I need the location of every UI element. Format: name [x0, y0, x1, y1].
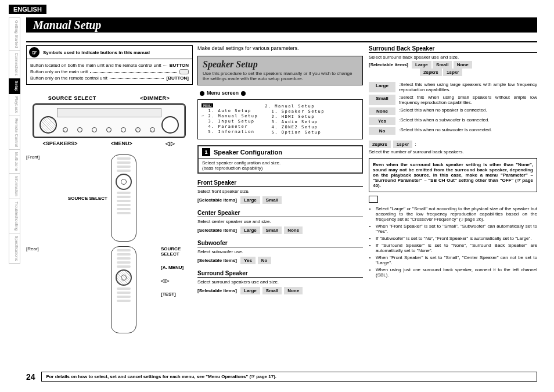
remote-label-amenu: [A. MENU]: [161, 265, 192, 270]
menu-screen-label: Menu screen: [197, 90, 363, 96]
item-descriptions: Large:Select this when using large speak…: [369, 82, 537, 135]
chip: Small: [369, 95, 395, 105]
chip: Large: [240, 196, 260, 204]
page-title: Manual Setup: [26, 17, 537, 33]
note-box: Even when the surround back speaker sett…: [369, 158, 537, 192]
chip: None: [284, 287, 303, 294]
chip-1spkr: 1spkr: [393, 141, 412, 148]
label-menu: <MENU>: [111, 141, 132, 146]
symbols-header: Symbols used to indicate buttons in this…: [43, 50, 150, 55]
chip: Large: [369, 82, 395, 92]
subsection-title: Subwoofer: [197, 240, 363, 247]
subsection: SubwooferSelect subwoofer use.[Selectabl…: [197, 240, 363, 264]
chip: Small: [433, 61, 452, 69]
divider: [26, 41, 537, 42]
notes-list: Select "Large" or "Small" not according …: [369, 206, 537, 278]
side-tab[interactable]: Troubleshooting: [9, 199, 20, 233]
hand-icon: ☞: [29, 47, 39, 57]
chip: Small: [262, 226, 282, 234]
chip: No: [258, 257, 271, 264]
subsection: Front SpeakerSelect front speaker size.[…: [197, 179, 363, 204]
note-icon: [369, 196, 378, 203]
subsection: Center SpeakerSelect center speaker use …: [197, 210, 363, 234]
spkr-count-row: 2spkrs 1spkr :: [369, 141, 537, 148]
page-number: 24: [26, 372, 35, 382]
remote-diagrams: [Front] SOURCE SELECT [Rear] SOURCE SELE…: [26, 154, 192, 333]
config-desc2: (bass reproduction capability): [202, 166, 263, 171]
section-title: Speaker Setup: [203, 60, 358, 69]
chip: None: [369, 107, 395, 115]
sbs-desc: Select surround back speaker use and siz…: [369, 55, 537, 60]
chip: Large: [412, 61, 431, 69]
selectable-label: [Selectable items]: [197, 197, 237, 203]
chip: None: [284, 226, 303, 234]
subsection-title: Surround Speaker: [197, 270, 363, 278]
chip: No: [369, 127, 395, 135]
chip: Small: [262, 287, 282, 294]
side-tab[interactable]: Getting Started: [9, 17, 20, 51]
menu-screen: MENU 1. Auto Setup☞ 2. Manual Setup 3. I…: [197, 99, 363, 139]
label-speakers: <SPEAKERS>: [43, 141, 78, 146]
note-bullet: If "Subwoofer" is set to "No", "Front Sp…: [376, 236, 537, 241]
chip: Large: [240, 287, 260, 294]
subsection-title: Center Speaker: [197, 210, 363, 217]
section-heading: Speaker Setup Use this procedure to set …: [197, 56, 363, 85]
selectable-label: [Selectable items]: [197, 228, 237, 233]
side-tab[interactable]: Multi-zone: [9, 150, 20, 174]
side-tab[interactable]: Remote Control: [9, 116, 20, 150]
label-arrows: ◁ ▷: [166, 141, 175, 146]
chip: Yes: [369, 117, 395, 125]
chip-2spkrs: 2spkrs: [369, 141, 391, 148]
side-tab[interactable]: Specifications: [9, 233, 20, 264]
selectable-label: [Selectable items]: [197, 288, 237, 293]
remote-label-source-2: SOURCE SELECT: [161, 246, 192, 257]
footer-reference: For details on how to select, set and ca…: [41, 372, 537, 382]
note-bullet: When using just one surround back speake…: [376, 267, 537, 278]
subsection-desc: Select front speaker size.: [197, 189, 363, 194]
selectable-label: [Selectable items]: [369, 62, 408, 67]
remote-label-test: [TEST]: [161, 292, 192, 297]
manual-page: ENGLISH Manual Setup Getting StartedConn…: [0, 0, 554, 392]
symbols-box: ☞Symbols used to indicate buttons in thi…: [26, 45, 193, 85]
config-title: Speaker Configuration: [214, 149, 282, 156]
device-diagram: SOURCE SELECT <DIMMER> <SPEAKERS> <MENU>…: [26, 95, 192, 146]
side-tab[interactable]: Playback: [9, 94, 20, 116]
intro-text: Make detail settings for various paramet…: [197, 45, 363, 51]
subsection: Surround SpeakerSelect surround speakers…: [197, 270, 363, 294]
chip: Small: [262, 196, 282, 204]
side-tab[interactable]: Setup: [9, 78, 20, 94]
note-bullet: When "Front Speaker" is set to "Small", …: [376, 224, 537, 234]
language-label: ENGLISH: [9, 5, 46, 14]
remote-front-illustration: [111, 154, 136, 242]
chip: Large: [240, 226, 260, 234]
side-tab[interactable]: Connections: [9, 51, 20, 78]
chip: 1spkr: [443, 69, 462, 76]
subsection-title: Front Speaker: [197, 179, 363, 187]
chip: 2spkrs: [420, 69, 442, 76]
column-right: Surround Back Speaker Select surround ba…: [369, 45, 537, 279]
sbs-title: Surround Back Speaker: [369, 45, 537, 53]
subsection-desc: Select center speaker use and size.: [197, 219, 363, 224]
label-front: [Front]: [26, 154, 57, 160]
subsection-desc: Select surround speakers use and size.: [197, 279, 363, 285]
note-bullet: When "Front Speaker" is set to "Small", …: [376, 255, 537, 265]
note-bullet: If "Surround Speaker" is set to "None", …: [376, 243, 537, 253]
config-desc: Select speaker configuration and size.: [202, 160, 280, 166]
remote-label-source-1: SOURCE SELECT: [61, 196, 107, 201]
selectable-label: [Selectable items]: [197, 258, 237, 263]
step-number-icon: 1: [202, 148, 210, 156]
chip: Yes: [240, 257, 256, 264]
section-subtitle: Use this procedure to set the speakers m…: [203, 71, 358, 81]
remote-label-arrows: ◁ ▷: [161, 278, 192, 283]
side-tab[interactable]: Information: [9, 174, 20, 199]
receiver-illustration: [33, 103, 186, 138]
column-left: ☞Symbols used to indicate buttons in thi…: [26, 45, 192, 333]
label-dimmer: <DIMMER>: [140, 95, 170, 101]
page-footer: 24 For details on how to select, set and…: [26, 372, 537, 382]
spkr-count-text: Select the number of surround back speak…: [369, 149, 537, 154]
config-box: 1Speaker Configuration Select speaker co…: [197, 145, 363, 174]
side-tabs: Getting StartedConnectionsSetupPlaybackR…: [9, 17, 20, 264]
label-rear: [Rear]: [26, 246, 57, 251]
remote-rear-illustration: [111, 246, 136, 333]
subsection-desc: Select subwoofer use.: [197, 249, 363, 254]
